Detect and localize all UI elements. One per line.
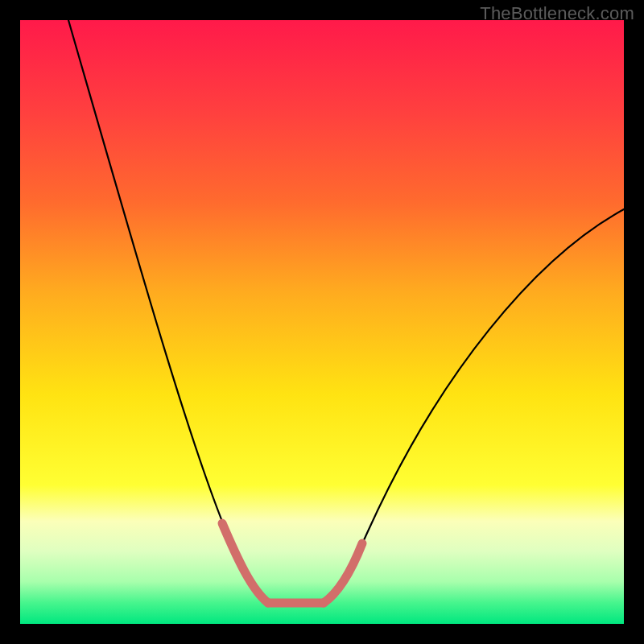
plot-area xyxy=(20,20,624,624)
plot-svg xyxy=(20,20,624,624)
gradient-bg xyxy=(20,20,624,624)
